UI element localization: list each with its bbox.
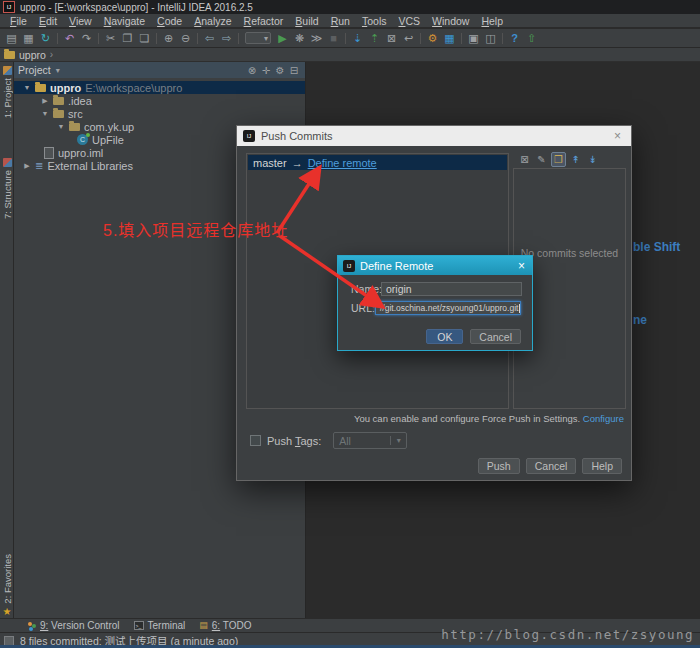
project-panel-title[interactable]: Project [18, 64, 51, 76]
define-remote-title-bar[interactable]: IJ Define Remote × [338, 256, 532, 275]
zoom-out-icon[interactable]: ⊖ [177, 31, 194, 46]
run-icon[interactable]: ▶ [274, 31, 291, 46]
back-icon[interactable]: ⇦ [201, 31, 218, 46]
forward-icon[interactable]: ⇨ [218, 31, 235, 46]
cancel-button[interactable]: Cancel [526, 458, 577, 474]
expand-arrow-icon[interactable]: ▶ [41, 97, 49, 105]
menu-vcs[interactable]: VCS [392, 15, 426, 27]
left-tool-stripe: 1: Project 7: Structure 2: Favorites ★ [0, 62, 14, 618]
menu-edit[interactable]: Edit [33, 15, 63, 27]
push-tags-checkbox[interactable] [250, 435, 261, 446]
window-title: uppro - [E:\workspace\uppro] - IntelliJ … [20, 2, 253, 13]
help-button[interactable]: Help [582, 458, 622, 474]
project-structure-icon[interactable]: ▦ [441, 31, 458, 46]
shortcut-tip-fragment: ne [633, 313, 647, 327]
toolbar-separator [502, 33, 503, 44]
hide-panel-icon[interactable]: ⊟ [287, 65, 301, 76]
gear-icon[interactable]: ⚙ [273, 65, 287, 76]
run-configuration-select[interactable]: ▾ [245, 32, 271, 44]
tree-row-src[interactable]: ▼ src [14, 107, 305, 120]
tree-row-idea[interactable]: ▶ .idea [14, 94, 305, 107]
menu-help[interactable]: Help [475, 15, 509, 27]
open-folder-icon[interactable]: ▤ [3, 31, 20, 46]
todo-label: 6: TODO [212, 620, 252, 631]
cut-icon[interactable]: ✂ [102, 31, 119, 46]
tool-button-version-control[interactable]: 9: Version Control [28, 620, 120, 631]
paste-icon[interactable]: ❏ [136, 31, 153, 46]
synchronize-icon[interactable]: ↻ [37, 31, 54, 46]
save-all-icon[interactable]: ▦ [20, 31, 37, 46]
chevron-down-icon[interactable]: ▾ [56, 66, 60, 75]
sync-settings-icon[interactable]: ⇧ [523, 31, 540, 46]
name-field[interactable]: origin [381, 282, 522, 296]
menu-build[interactable]: Build [289, 15, 324, 27]
tool-button-terminal[interactable]: >_ Terminal [134, 620, 186, 631]
main-toolbar: ▤ ▦ ↻ ↶ ↷ ✂ ❐ ❏ ⊕ ⊖ ⇦ ⇨ ▾ ▶ ❋ ≫ ■ ⇣ ⇡ ⊠ … [0, 29, 700, 48]
breadcrumb[interactable]: uppro [19, 49, 46, 61]
configure-link[interactable]: Configure [583, 413, 624, 424]
sdk-manager-icon[interactable]: ▣ [465, 31, 482, 46]
branch-row[interactable]: master → Define remote [248, 155, 507, 170]
menu-tools[interactable]: Tools [356, 15, 393, 27]
tool-button-todo[interactable]: ▤ 6: TODO [199, 620, 251, 631]
menu-code[interactable]: Code [151, 15, 188, 27]
close-icon[interactable]: × [610, 129, 625, 143]
menu-navigate[interactable]: Navigate [98, 15, 151, 27]
tool-button-project[interactable]: 1: Project [0, 66, 14, 118]
menu-window[interactable]: Window [426, 15, 475, 27]
favorites-star-icon: ★ [3, 607, 12, 617]
expand-all-icon[interactable]: ↟ [568, 152, 583, 167]
tool-button-favorites[interactable]: 2: Favorites ★ [0, 554, 14, 617]
vcs-update-icon[interactable]: ⇣ [349, 31, 366, 46]
menu-analyze[interactable]: Analyze [188, 15, 237, 27]
class-icon: C [77, 134, 88, 145]
toolbar-separator [156, 33, 157, 44]
undo-icon[interactable]: ↶ [61, 31, 78, 46]
tree-path: E:\workspace\uppro [85, 82, 182, 94]
cancel-button[interactable]: Cancel [470, 329, 521, 344]
toolbar-separator [345, 33, 346, 44]
menu-refactor[interactable]: Refactor [238, 15, 290, 27]
package-icon [69, 123, 80, 131]
close-tab-icon[interactable]: ⊗ [245, 65, 259, 76]
define-remote-link[interactable]: Define remote [308, 157, 377, 169]
url-field[interactable]: //git.oschina.net/zsyoung01/uppro.git [375, 301, 521, 315]
expand-arrow-icon[interactable]: ▼ [57, 123, 65, 130]
folder-icon [53, 110, 64, 118]
help-icon[interactable]: ? [506, 31, 523, 46]
avd-manager-icon[interactable]: ◫ [482, 31, 499, 46]
locate-file-icon[interactable]: ✛ [259, 65, 273, 76]
show-diff-icon[interactable]: ✎ [534, 152, 549, 167]
menu-view[interactable]: View [63, 15, 98, 27]
settings-wrench-icon[interactable]: ⚙ [424, 31, 441, 46]
zoom-in-icon[interactable]: ⊕ [160, 31, 177, 46]
menu-run[interactable]: Run [325, 15, 356, 27]
debug-icon[interactable]: ❋ [291, 31, 308, 46]
coverage-icon[interactable]: ≫ [308, 31, 325, 46]
stop-icon: ■ [325, 31, 342, 46]
push-dialog-title-bar[interactable]: IJ Push Commits × [237, 126, 631, 146]
tool-button-structure[interactable]: 7: Structure [0, 158, 14, 219]
expand-arrow-icon[interactable]: ▶ [23, 162, 31, 170]
push-tags-label-part: ags: [300, 435, 321, 447]
copy-icon[interactable]: ❐ [119, 31, 136, 46]
chevron-down-icon: ▾ [390, 436, 406, 445]
rollback-icon[interactable]: ↩ [400, 31, 417, 46]
url-field-value: //git.oschina.net/zsyoung01/uppro.git [380, 303, 518, 313]
push-button[interactable]: Push [478, 458, 520, 474]
toggle-tool-buttons-icon[interactable] [4, 636, 14, 646]
ok-button[interactable]: OK [426, 329, 463, 344]
collapse-all-icon[interactable]: ↡ [585, 152, 600, 167]
tool-button-project-label: 1: Project [2, 78, 13, 118]
vcs-commit-icon[interactable]: ⇡ [366, 31, 383, 46]
expand-arrow-icon[interactable]: ▼ [23, 84, 31, 91]
menu-file[interactable]: File [4, 15, 33, 27]
group-by-directory-icon[interactable]: ❒ [551, 152, 566, 167]
redo-icon[interactable]: ↷ [78, 31, 95, 46]
expand-arrow-icon[interactable]: ▼ [41, 110, 49, 117]
lock-icon[interactable]: ⊠ [517, 152, 532, 167]
tree-row-uppro[interactable]: ▼ uppro E:\workspace\uppro [14, 81, 305, 94]
lock-icon[interactable]: ⊠ [383, 31, 400, 46]
close-icon[interactable]: × [516, 259, 527, 273]
push-tags-label-part: Push [267, 435, 295, 447]
